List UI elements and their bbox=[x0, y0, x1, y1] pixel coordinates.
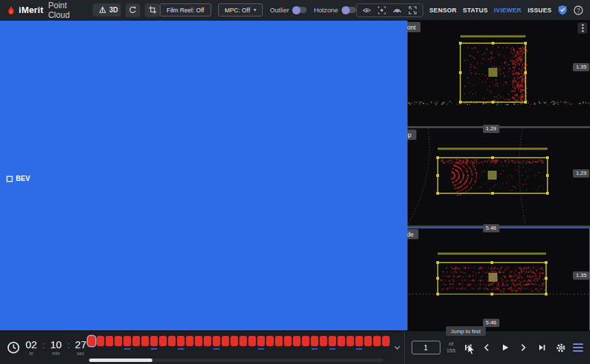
play-button[interactable] bbox=[499, 341, 511, 354]
timeline-frame[interactable] bbox=[177, 336, 185, 346]
front-view-canvas bbox=[395, 21, 590, 126]
timeline-frame[interactable] bbox=[320, 336, 327, 346]
timeline-frame[interactable] bbox=[266, 336, 274, 346]
timeline-frame[interactable] bbox=[382, 336, 390, 346]
timeline-scrollbar-thumb[interactable] bbox=[89, 359, 152, 362]
front-view-panel[interactable]: Front 1.35 1.29 bbox=[395, 21, 590, 126]
timeline-frame[interactable] bbox=[213, 336, 220, 346]
threed-view-button[interactable]: 3D bbox=[93, 3, 121, 16]
outlier-label: Outlier bbox=[270, 6, 289, 14]
timeline-frame[interactable] bbox=[88, 336, 95, 346]
car-icon[interactable] bbox=[392, 6, 402, 14]
view-mode-toggle: BEV 3D bbox=[93, 3, 121, 16]
front-height-value: 1.35 bbox=[573, 63, 589, 71]
timeline-frame[interactable] bbox=[293, 336, 300, 346]
next-frame-button[interactable] bbox=[517, 341, 530, 354]
timeline-frame[interactable] bbox=[231, 336, 238, 346]
nav-iviewer[interactable]: IVIEWER bbox=[494, 7, 521, 14]
timeline-frame[interactable] bbox=[373, 336, 381, 346]
timeline-frame[interactable] bbox=[329, 336, 336, 346]
timeline-frame[interactable] bbox=[346, 336, 354, 346]
help-icon[interactable]: ? bbox=[574, 5, 583, 15]
film-reel-button[interactable]: Film Reel: Off bbox=[160, 3, 211, 16]
time-seconds: 27sec bbox=[75, 339, 86, 356]
timeline-frame[interactable] bbox=[284, 336, 292, 346]
front-width-value: 1.29 bbox=[483, 125, 499, 133]
chevron-down-icon bbox=[393, 343, 401, 352]
nav-status[interactable]: STATUS bbox=[463, 7, 488, 14]
timeline-frame[interactable] bbox=[195, 336, 202, 346]
jump-to-last-button[interactable] bbox=[536, 341, 548, 354]
frame-number-input[interactable] bbox=[412, 341, 440, 354]
nav-issues[interactable]: ISSUES bbox=[528, 7, 552, 14]
hotzone-label: Hotzone bbox=[314, 6, 338, 14]
timeline-menu-button[interactable] bbox=[573, 343, 583, 352]
play-icon bbox=[501, 343, 510, 352]
reset-rotation-button[interactable] bbox=[126, 3, 140, 17]
timeline-frame[interactable] bbox=[257, 336, 265, 346]
focus-eye-icon[interactable] bbox=[377, 6, 386, 14]
frame-total: of 155 bbox=[447, 341, 456, 354]
timeline-frame[interactable] bbox=[150, 336, 158, 346]
brand-name: iMerit bbox=[19, 5, 43, 15]
timeline-frame[interactable] bbox=[168, 336, 176, 346]
timeline-frame[interactable] bbox=[97, 336, 104, 346]
time-separator: : bbox=[67, 341, 69, 350]
chevron-right-icon bbox=[519, 343, 528, 352]
timeline-bar: 02hr : 10min : 27sec of 155 bbox=[0, 330, 590, 364]
rotate-ccw-icon bbox=[128, 5, 137, 14]
nav-sensor[interactable]: SENSOR bbox=[429, 7, 457, 14]
chevron-down-icon: ▾ bbox=[253, 7, 256, 13]
hotzone-toggle[interactable] bbox=[342, 7, 356, 13]
chevron-left-icon bbox=[482, 343, 491, 352]
views-menu-button[interactable] bbox=[578, 23, 587, 34]
svg-text:?: ? bbox=[577, 7, 580, 14]
time-hours: 02hr bbox=[25, 339, 37, 356]
timeline-frame[interactable] bbox=[222, 336, 229, 346]
playback-settings-button[interactable] bbox=[554, 341, 567, 354]
mpc-dropdown[interactable]: MPC: Off▾ bbox=[218, 3, 263, 16]
side-view-panel[interactable]: Side 1.35 5.46 bbox=[395, 228, 590, 331]
shield-check-icon[interactable] bbox=[558, 5, 567, 15]
side-length-value: 5.46 bbox=[483, 319, 499, 327]
top-view-panel[interactable]: Top 1.29 5.46 bbox=[395, 128, 590, 226]
timeline-frame[interactable] bbox=[355, 336, 363, 346]
gear-icon bbox=[556, 343, 566, 353]
top-view-canvas bbox=[395, 128, 590, 226]
timeline-frame[interactable] bbox=[106, 336, 113, 346]
timeline-frames bbox=[86, 331, 390, 364]
timeline-frame[interactable] bbox=[311, 336, 318, 346]
timeline-frames-row bbox=[88, 336, 390, 346]
playback-controls: of 155 bbox=[404, 331, 590, 364]
timeline-frame[interactable] bbox=[123, 336, 131, 346]
kebab-icon bbox=[582, 24, 584, 32]
outlier-toggle[interactable] bbox=[292, 7, 307, 13]
timeline-frame[interactable] bbox=[204, 336, 211, 346]
timeline-frame[interactable] bbox=[338, 336, 345, 346]
orthographic-views-column: Front 1.35 1.29 bbox=[395, 21, 590, 331]
app-window: iMerit Point Cloud BEV 3D bbox=[0, 0, 590, 364]
maximize-icon[interactable] bbox=[408, 6, 417, 14]
timeline-frame[interactable] bbox=[239, 336, 247, 346]
crop-view-button[interactable] bbox=[145, 3, 159, 17]
timeline-frame[interactable] bbox=[115, 336, 122, 346]
time-minutes: 10min bbox=[50, 339, 62, 356]
top-width-value: 1.29 bbox=[573, 169, 589, 178]
time-separator: : bbox=[43, 341, 45, 350]
timeline-frame[interactable] bbox=[132, 336, 140, 346]
timeline-frame[interactable] bbox=[275, 336, 283, 346]
axis-3d-icon bbox=[99, 6, 106, 14]
clock-icon bbox=[7, 341, 20, 354]
mouse-cursor bbox=[467, 344, 476, 355]
timeline-frame[interactable] bbox=[141, 336, 149, 346]
timeline-frame[interactable] bbox=[302, 336, 309, 346]
hotzone-toggle-group: Hotzone bbox=[314, 6, 355, 14]
previous-frame-button[interactable] bbox=[480, 341, 493, 354]
timeline-frame[interactable] bbox=[248, 336, 256, 346]
timestamp: 02hr : 10min : 27sec bbox=[0, 339, 86, 356]
timeline-collapse-button[interactable] bbox=[390, 343, 404, 352]
timeline-frame[interactable] bbox=[364, 336, 372, 346]
eye-icon[interactable] bbox=[362, 6, 371, 14]
timeline-frame[interactable] bbox=[159, 336, 167, 346]
timeline-frame[interactable] bbox=[186, 336, 193, 346]
